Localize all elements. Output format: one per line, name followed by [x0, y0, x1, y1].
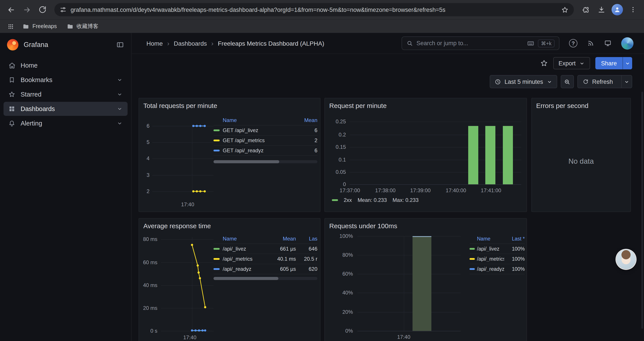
y-tick-label: 0.15 [326, 144, 346, 150]
legend-series-name[interactable]: /api/_metrics [223, 256, 268, 262]
legend-table: Name Mean Las /api/_livez 661 µs 646 /ap… [214, 233, 318, 274]
chevron-down-icon [579, 60, 585, 66]
url-text[interactable]: grafana.mathmast.com/d/deytv4rwavabkb/fr… [70, 6, 557, 13]
legend-series-name[interactable]: GET /api/_metrics [223, 137, 297, 144]
gridline [152, 126, 214, 126]
user-avatar[interactable] [621, 37, 634, 49]
favorite-star-button[interactable] [540, 59, 548, 67]
y-tick-label: 3 [139, 172, 150, 178]
legend-series-name[interactable]: GET /api/_readyz [223, 147, 297, 154]
gridline [152, 175, 214, 176]
panel-title[interactable]: Requests under 100ms [329, 222, 397, 229]
legend-scrollbar[interactable] [214, 277, 318, 280]
share-button[interactable]: Share [595, 57, 622, 69]
bell-icon [8, 120, 16, 127]
search-box[interactable]: ⌘+k [402, 37, 560, 50]
legend-col-last[interactable]: Las [299, 235, 318, 242]
news-rss-icon[interactable] [587, 40, 594, 47]
legend-col-mean[interactable]: Mean [271, 235, 296, 242]
extensions-button[interactable] [578, 2, 593, 17]
apps-grid-icon[interactable] [4, 21, 17, 32]
grafana-logo[interactable] [7, 39, 18, 51]
chevron-down-icon[interactable] [116, 77, 123, 83]
panel-title[interactable]: Request per minute [329, 102, 387, 109]
browser-profile-avatar[interactable] [612, 4, 623, 15]
reload-button[interactable] [35, 2, 50, 17]
legend-series-name[interactable]: /api/_livez [477, 246, 504, 251]
legend-header-row: Name Last * [470, 233, 525, 244]
bookmark-star-icon[interactable] [561, 6, 568, 14]
legend-series-name[interactable]: GET /api/_livez [223, 127, 297, 133]
series-color-dash [470, 248, 475, 250]
export-label: Export [558, 60, 576, 67]
legend-series-name[interactable]: /api/_readyz [477, 266, 504, 272]
dash-spacer [214, 238, 220, 239]
sidebar-item-bookmarks[interactable]: Bookmarks [4, 73, 128, 87]
legend-series-name[interactable]: 2xx [344, 197, 352, 203]
dock-sidebar-button[interactable] [116, 41, 124, 49]
legend-col-name[interactable]: Name [477, 236, 504, 241]
legend-col-last[interactable]: Last * [506, 236, 525, 241]
scrollbar-thumb[interactable] [641, 92, 643, 329]
chevron-down-icon[interactable] [116, 91, 123, 97]
search-input[interactable] [416, 40, 524, 47]
back-button[interactable] [4, 2, 18, 17]
legend-last-value: 100% [506, 266, 525, 272]
legend-col-name[interactable]: Name [223, 117, 297, 123]
gridline [161, 331, 214, 331]
gridline [404, 236, 404, 331]
legend-last-value: 646 [299, 246, 318, 252]
help-icon[interactable]: ? [569, 39, 577, 47]
dashboard-actions: Export Share [132, 54, 644, 72]
legend-col-mean[interactable]: Mean [300, 117, 318, 123]
y-tick-label: 80% [325, 252, 353, 258]
star-icon [8, 91, 16, 98]
panel-left-icon [116, 41, 124, 49]
monitor-icon[interactable] [604, 40, 612, 47]
breadcrumb-home[interactable]: Home [146, 40, 163, 47]
sidebar-item-home[interactable]: Home [4, 58, 128, 72]
legend-series-name[interactable]: /api/_livez [223, 246, 268, 252]
share-menu-button[interactable] [622, 57, 632, 69]
downloads-button[interactable] [594, 2, 609, 17]
panel-title[interactable]: Average response time [143, 222, 211, 229]
grafana-topnav: Home › Dashboards › Freeleaps Metrics Da… [132, 33, 644, 54]
scrollbar-thumb[interactable] [214, 277, 278, 280]
x-tick-label: 17:40 [393, 334, 415, 340]
time-range-picker[interactable]: Last 5 minutes [490, 75, 557, 88]
extensions-puzzle-icon [582, 6, 590, 14]
legend-header-row: Name Mean Las [214, 233, 318, 244]
gridline [152, 142, 214, 143]
sidebar-item-starred[interactable]: Starred [4, 87, 128, 101]
sidebar-item-dashboards[interactable]: Dashboards [4, 102, 128, 116]
legend-series-name[interactable]: /api/_metrics [477, 256, 504, 261]
site-settings-icon[interactable] [60, 6, 67, 13]
legend-scrollbar[interactable] [214, 160, 318, 163]
bookmark-folder-blogs[interactable]: 收藏博客 [62, 21, 102, 31]
gridline [152, 191, 214, 192]
chevron-down-icon[interactable] [116, 120, 123, 126]
scrollbar-thumb[interactable] [214, 160, 279, 163]
bookmark-folder-freeleaps[interactable]: Freeleaps [18, 22, 61, 31]
y-tick-label: 60 ms [139, 259, 158, 265]
y-tick-label: 0.2 [326, 132, 346, 138]
legend-col-name[interactable]: Name [223, 235, 268, 242]
export-button[interactable]: Export [553, 57, 590, 69]
star-icon [540, 59, 548, 67]
y-tick-label: 100% [325, 233, 353, 239]
y-tick-label: 2 [139, 188, 150, 194]
sidebar-item-alerting[interactable]: Alerting [4, 116, 128, 130]
browser-menu-button[interactable] [626, 2, 640, 17]
zoom-out-icon [564, 78, 570, 85]
legend-series-name[interactable]: /api/_readyz [223, 266, 268, 272]
panel-title[interactable]: Total requests per minute [143, 102, 217, 109]
gridline [161, 285, 214, 286]
zoom-out-button[interactable] [560, 75, 574, 88]
address-bar[interactable]: grafana.mathmast.com/d/deytv4rwavabkb/fr… [54, 3, 574, 16]
chevron-down-icon[interactable] [116, 106, 123, 112]
refresh-button[interactable]: Refresh [578, 76, 618, 88]
assistant-avatar[interactable] [616, 250, 636, 269]
breadcrumb-dashboards[interactable]: Dashboards [174, 40, 207, 47]
forward-button[interactable] [19, 2, 34, 17]
refresh-interval-button[interactable] [621, 76, 632, 88]
